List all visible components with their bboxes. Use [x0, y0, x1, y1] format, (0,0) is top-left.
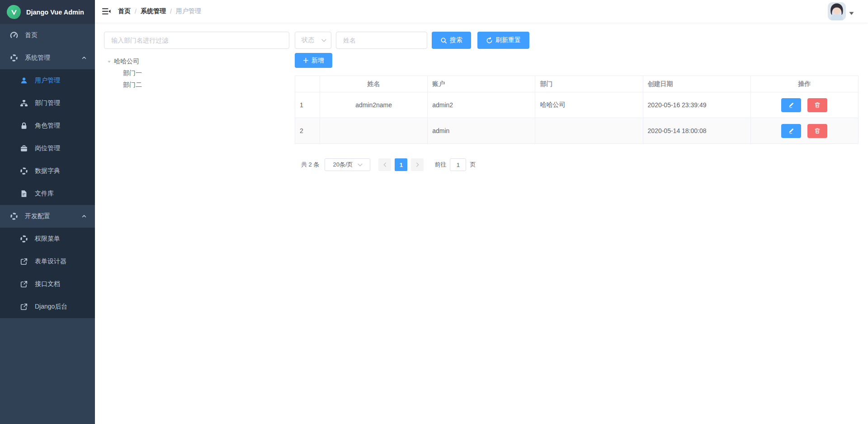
table-toolbar: 新增	[295, 53, 859, 68]
component-icon	[10, 54, 18, 62]
app-window: Django Vue Admin 首页 系统管理 用户管理 部门管理	[0, 0, 868, 424]
tree-node-dept-2[interactable]: 部门二	[104, 79, 289, 91]
plus-icon	[303, 57, 309, 63]
delete-icon	[814, 128, 821, 134]
edit-button[interactable]	[781, 98, 801, 112]
external-link-icon	[20, 257, 28, 266]
sidebar-item-home[interactable]: 首页	[0, 24, 95, 47]
sidebar-item-label: 权限菜单	[35, 235, 60, 243]
filter-row: 状态 搜索 刷新重置	[295, 32, 859, 49]
add-button[interactable]: 新增	[295, 53, 332, 68]
tree-node-company[interactable]: 哈哈公司	[104, 56, 289, 67]
app-logo[interactable]: Django Vue Admin	[0, 0, 95, 24]
tree-expand-caret-icon[interactable]	[104, 60, 114, 64]
sitemap-icon	[20, 99, 28, 107]
tree-node-dept-1[interactable]: 部门一	[104, 67, 289, 79]
column-header-dept: 部门	[535, 76, 643, 92]
sidebar-item-permission-menu[interactable]: 权限菜单	[0, 228, 95, 250]
sidebar-item-departments[interactable]: 部门管理	[0, 92, 95, 114]
pagination-total: 共 2 条	[301, 161, 319, 169]
refresh-reset-button[interactable]: 刷新重置	[477, 32, 529, 49]
external-link-icon	[20, 303, 28, 311]
cell-account: admin2	[428, 92, 535, 118]
goto-label: 前往	[434, 161, 446, 169]
breadcrumb-system[interactable]: 系统管理	[141, 7, 166, 15]
edit-icon	[788, 128, 794, 134]
add-button-label: 新增	[311, 57, 324, 65]
cell-name: admin2name	[320, 92, 428, 118]
hamburger-icon[interactable]	[102, 7, 111, 16]
cell-dept	[535, 118, 643, 144]
goto-page-input[interactable]	[450, 158, 466, 171]
submenu-system: 用户管理 部门管理 角色管理 岗位管理 数据字典	[0, 69, 95, 205]
vue-logo-icon	[7, 5, 21, 19]
user-menu[interactable]	[828, 2, 854, 20]
cell-actions	[750, 92, 858, 118]
next-page-button[interactable]	[411, 158, 424, 171]
sidebar-item-label: 系统管理	[25, 54, 50, 62]
search-button-label: 搜索	[450, 36, 462, 44]
search-button[interactable]: 搜索	[432, 32, 471, 49]
edit-button[interactable]	[781, 124, 801, 138]
lock-icon	[20, 122, 28, 130]
department-panel: 哈哈公司 部门一 部门二	[104, 32, 289, 91]
prev-page-button[interactable]	[378, 158, 391, 171]
page-size-value: 20条/页	[333, 161, 353, 169]
sidebar-item-form-designer[interactable]: 表单设计器	[0, 250, 95, 273]
cell-created: 2020-05-16 23:39:49	[643, 92, 750, 118]
external-link-icon	[20, 280, 28, 288]
sidebar-item-label: 用户管理	[35, 76, 60, 85]
app-title: Django Vue Admin	[26, 9, 84, 16]
pagination: 共 2 条 20条/页 1 前往 页	[295, 158, 859, 171]
sidebar-item-roles[interactable]: 角色管理	[0, 114, 95, 137]
sidebar-item-files[interactable]: 文件库	[0, 182, 95, 205]
users-table: 姓名 账户 部门 创建日期 操作 1 admin2name admin2 哈哈公	[295, 76, 859, 144]
breadcrumb-current: 用户管理	[176, 7, 201, 15]
tree-node-label: 部门二	[123, 81, 142, 89]
sidebar-item-label: 文件库	[35, 190, 54, 198]
refresh-icon	[486, 37, 493, 44]
column-header-created: 创建日期	[643, 76, 750, 92]
sidebar-item-label: 开发配置	[25, 212, 50, 220]
navbar: 首页 / 系统管理 / 用户管理	[95, 0, 868, 23]
sidebar-item-label: 表单设计器	[35, 257, 66, 266]
cell-index: 2	[295, 118, 320, 144]
sidebar-item-label: Django后台	[35, 303, 67, 311]
cell-account: admin	[428, 118, 535, 144]
chevron-down-icon	[358, 163, 363, 167]
breadcrumb: 首页 / 系统管理 / 用户管理	[118, 7, 201, 15]
page-number-1[interactable]: 1	[395, 158, 407, 171]
page-content: 哈哈公司 部门一 部门二 状态	[95, 23, 868, 171]
sidebar-item-label: 数据字典	[35, 167, 60, 175]
reset-button-label: 刷新重置	[495, 36, 521, 44]
breadcrumb-home[interactable]: 首页	[118, 7, 131, 15]
delete-button[interactable]	[807, 98, 827, 112]
tree-node-label: 哈哈公司	[114, 57, 139, 66]
search-icon	[440, 37, 447, 44]
sidebar-item-api-docs[interactable]: 接口文档	[0, 273, 95, 295]
delete-button[interactable]	[807, 124, 827, 138]
column-header-name: 姓名	[320, 76, 428, 92]
sidebar-item-posts[interactable]: 岗位管理	[0, 137, 95, 160]
dept-filter-input[interactable]	[104, 32, 289, 49]
cell-index: 1	[295, 92, 320, 118]
department-tree: 哈哈公司 部门一 部门二	[104, 56, 289, 91]
page-size-select[interactable]: 20条/页	[325, 158, 370, 171]
status-select[interactable]: 状态	[295, 32, 331, 49]
sidebar-menu: 首页 系统管理 用户管理 部门管理 角色管理	[0, 24, 95, 424]
sidebar-item-label: 接口文档	[35, 280, 60, 288]
sidebar-item-django-admin[interactable]: Django后台	[0, 295, 95, 318]
table-header-row: 姓名 账户 部门 创建日期 操作	[295, 76, 859, 92]
chevron-right-icon	[415, 162, 420, 167]
dashboard-icon	[10, 31, 18, 39]
cell-created: 2020-05-14 18:00:08	[643, 118, 750, 144]
chevron-down-icon	[321, 39, 326, 42]
sidebar-item-users[interactable]: 用户管理	[0, 69, 95, 92]
column-header-account: 账户	[428, 76, 535, 92]
page-jumper: 前往 页	[434, 158, 476, 171]
sidebar-item-system[interactable]: 系统管理	[0, 47, 95, 69]
name-filter-input[interactable]	[336, 32, 427, 49]
table-row-1: 1 admin2name admin2 哈哈公司 2020-05-16 23:3…	[295, 92, 859, 118]
sidebar-item-devconfig[interactable]: 开发配置	[0, 205, 95, 228]
sidebar-item-dictionary[interactable]: 数据字典	[0, 160, 95, 182]
